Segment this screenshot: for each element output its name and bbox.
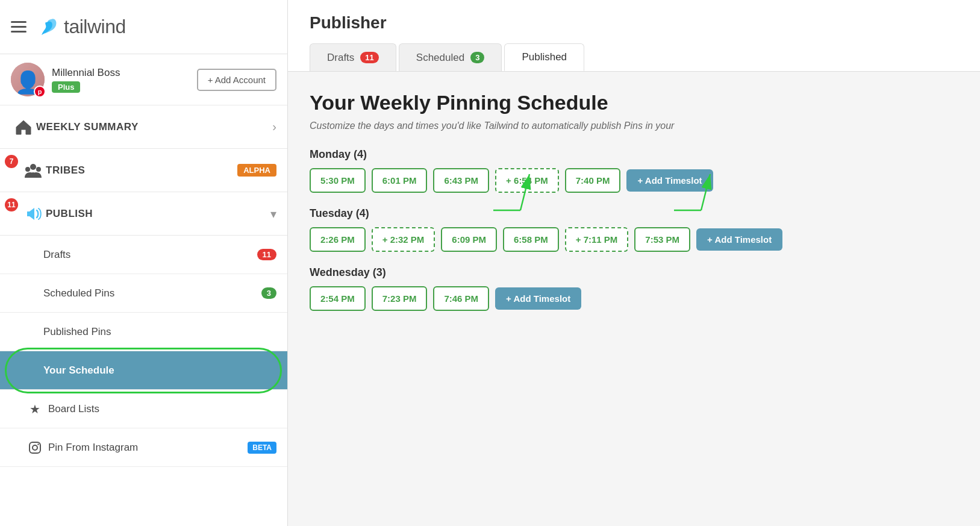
tab-drafts-label: Drafts bbox=[327, 52, 354, 64]
tuesday-label: Tuesday (4) bbox=[310, 207, 958, 220]
sidebar-item-pin-from-instagram[interactable]: Pin From Instagram BETA bbox=[0, 428, 287, 467]
logo-text: tailwind bbox=[64, 16, 126, 38]
timeslot-wed-723pm[interactable]: 7:23 PM bbox=[372, 286, 428, 311]
timeslot-mon-740pm[interactable]: 7:40 PM bbox=[565, 168, 621, 193]
add-timeslot-wednesday-button[interactable]: + Add Timeslot bbox=[495, 287, 581, 310]
scheduled-pins-count-badge: 3 bbox=[261, 287, 276, 299]
add-timeslot-tuesday-button[interactable]: + Add Timeslot bbox=[696, 228, 782, 251]
account-name: Millennial Boss bbox=[52, 67, 190, 79]
tabs-bar: Drafts 11 Scheduled 3 Published bbox=[310, 43, 958, 71]
tab-drafts-badge: 11 bbox=[360, 52, 378, 63]
sidebar-item-your-schedule[interactable]: Your Schedule bbox=[0, 351, 287, 390]
tab-published-label: Published bbox=[522, 51, 567, 63]
tab-published[interactable]: Published bbox=[504, 43, 584, 71]
timeslot-tue-711pm[interactable]: + 7:11 PM bbox=[565, 227, 629, 252]
main-content: Publisher Drafts 11 Scheduled 3 Publishe… bbox=[288, 0, 980, 526]
timeslot-mon-654pm[interactable]: + 6:54 PM bbox=[495, 168, 559, 193]
svg-point-0 bbox=[30, 164, 36, 170]
timeslot-wed-254pm[interactable]: 2:54 PM bbox=[310, 286, 366, 311]
schedule-subtitle: Customize the days and times you'd like … bbox=[310, 121, 958, 131]
pinterest-badge: p bbox=[34, 86, 46, 98]
beta-badge: BETA bbox=[248, 442, 276, 454]
timeslot-tue-609pm[interactable]: 6:09 PM bbox=[441, 227, 497, 252]
pin-from-instagram-label: Pin From Instagram bbox=[48, 442, 248, 454]
tribes-notification-badge: 7 bbox=[5, 155, 18, 168]
tab-scheduled[interactable]: Scheduled 3 bbox=[399, 43, 502, 71]
your-schedule-label: Your Schedule bbox=[43, 365, 276, 377]
tab-drafts[interactable]: Drafts 11 bbox=[310, 43, 396, 71]
monday-label: Monday (4) bbox=[310, 148, 958, 161]
add-account-button[interactable]: + Add Account bbox=[197, 69, 276, 91]
sidebar-item-drafts[interactable]: Drafts 11 bbox=[0, 236, 287, 274]
timeslot-tue-753pm[interactable]: 7:53 PM bbox=[634, 227, 690, 252]
megaphone-icon bbox=[20, 204, 46, 224]
sidebar-header: tailwind bbox=[0, 0, 287, 54]
tribes-label: TRIBES bbox=[46, 164, 237, 177]
star-icon: ★ bbox=[27, 402, 43, 416]
day-section-wednesday: Wednesday (3) 2:54 PM 7:23 PM 7:46 PM + … bbox=[310, 266, 958, 311]
main-header: Publisher Drafts 11 Scheduled 3 Publishe… bbox=[288, 0, 980, 72]
board-lists-label: Board Lists bbox=[48, 403, 276, 415]
svg-point-2 bbox=[36, 167, 41, 172]
account-section: p Millennial Boss Plus + Add Account bbox=[0, 54, 287, 105]
publish-notification-badge: 11 bbox=[5, 198, 18, 211]
monday-timeslots: 5:30 PM 6:01 PM 6:43 PM + 6:54 PM 7:40 P… bbox=[310, 168, 958, 193]
timeslot-tue-658pm[interactable]: 6:58 PM bbox=[503, 227, 559, 252]
tab-scheduled-label: Scheduled bbox=[416, 52, 464, 64]
svg-point-5 bbox=[33, 445, 37, 450]
schedule-title: Your Weekly Pinning Schedule bbox=[310, 91, 958, 114]
chevron-right-icon: › bbox=[272, 120, 276, 134]
svg-point-1 bbox=[25, 167, 30, 172]
timeslot-tue-226pm[interactable]: 2:26 PM bbox=[310, 227, 366, 252]
published-pins-label: Published Pins bbox=[43, 326, 276, 338]
sidebar-item-tribes[interactable]: 7 TRIBES ALPHA bbox=[0, 149, 287, 192]
instagram-icon bbox=[27, 441, 43, 454]
main-body: Your Weekly Pinning Schedule Customize t… bbox=[288, 72, 980, 345]
avatar: p bbox=[11, 63, 45, 96]
tuesday-timeslots: 2:26 PM + 2:32 PM 6:09 PM 6:58 PM + 7:11… bbox=[310, 227, 958, 252]
day-section-monday: Monday (4) 5:30 PM 6:01 PM 6:43 PM + 6:5… bbox=[310, 148, 958, 193]
svg-point-6 bbox=[37, 443, 39, 445]
wednesday-label: Wednesday (3) bbox=[310, 266, 958, 279]
drafts-count-badge: 11 bbox=[257, 249, 276, 260]
add-timeslot-monday-button[interactable]: + Add Timeslot bbox=[626, 169, 713, 192]
sidebar-item-board-lists[interactable]: ★ Board Lists bbox=[0, 390, 287, 428]
timeslot-mon-530pm[interactable]: 5:30 PM bbox=[310, 168, 366, 193]
home-icon bbox=[11, 117, 36, 137]
account-info: Millennial Boss Plus bbox=[52, 67, 190, 93]
tailwind-logo-bird bbox=[34, 14, 59, 40]
tab-scheduled-badge: 3 bbox=[470, 52, 484, 63]
sidebar-item-publish[interactable]: 11 PUBLISH ▾ bbox=[0, 192, 287, 236]
timeslot-wed-746pm[interactable]: 7:46 PM bbox=[433, 286, 489, 311]
plan-badge: Plus bbox=[52, 81, 80, 93]
svg-rect-3 bbox=[27, 211, 30, 216]
wednesday-timeslots: 2:54 PM 7:23 PM 7:46 PM + Add Timeslot bbox=[310, 286, 958, 311]
logo-area: tailwind bbox=[34, 14, 276, 40]
day-section-tuesday: Tuesday (4) 2:26 PM + 2:32 PM 6:09 PM 6:… bbox=[310, 207, 958, 252]
timeslot-mon-601pm[interactable]: 6:01 PM bbox=[372, 168, 428, 193]
sidebar: tailwind p Millennial Boss Plus + Add Ac… bbox=[0, 0, 288, 526]
weekly-summary-label: WEEKLY SUMMARY bbox=[36, 121, 272, 133]
tribes-icon bbox=[20, 161, 46, 180]
page-title: Publisher bbox=[310, 13, 958, 33]
timeslot-tue-232pm[interactable]: + 2:32 PM bbox=[372, 227, 435, 252]
sidebar-item-weekly-summary[interactable]: WEEKLY SUMMARY › bbox=[0, 105, 287, 149]
publish-label: PUBLISH bbox=[46, 208, 270, 220]
timeslot-mon-643pm[interactable]: 6:43 PM bbox=[433, 168, 489, 193]
hamburger-menu-button[interactable] bbox=[11, 21, 27, 33]
drafts-label: Drafts bbox=[43, 249, 257, 261]
scheduled-pins-label: Scheduled Pins bbox=[43, 287, 261, 299]
sidebar-item-published-pins[interactable]: Published Pins bbox=[0, 313, 287, 351]
alpha-badge: ALPHA bbox=[237, 164, 276, 177]
chevron-down-icon: ▾ bbox=[270, 207, 276, 221]
sidebar-item-scheduled-pins[interactable]: Scheduled Pins 3 bbox=[0, 274, 287, 313]
